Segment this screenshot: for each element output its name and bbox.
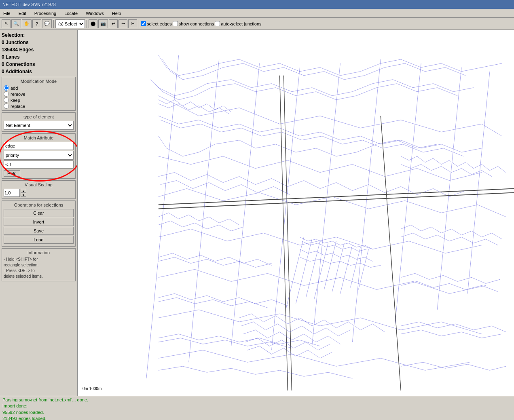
show-connections-checkbox[interactable] [173, 21, 178, 26]
selection-edges: 185434 Edges [2, 46, 76, 53]
match-attribute-section: Match Attribute priority id type speed n… [2, 133, 76, 179]
info-line-3: delete selected items. [4, 274, 74, 279]
operations-title: Operations for selections [4, 203, 74, 207]
mode-keep-radio[interactable] [4, 97, 9, 103]
type-element-select[interactable]: Net Element Additional POI Polygon [4, 121, 74, 130]
menu-processing[interactable]: Processing [33, 11, 58, 16]
save-button[interactable]: Save [4, 227, 74, 235]
toolbar-msg-btn[interactable]: 💬 [42, 19, 52, 28]
mode-add-radio[interactable] [4, 85, 9, 91]
type-element-title: type of element [4, 114, 74, 119]
match-attribute-title: Match Attribute [4, 135, 74, 140]
status-line-3: 213493 edges loaded. [2, 416, 512, 420]
visual-scaling-section: Visual Scaling ▲ ▼ [2, 180, 76, 199]
info-line-2: - Press <DEL> to [4, 268, 74, 274]
selection-lanes: 0 Lanes [2, 53, 76, 61]
toolbar-color-btn[interactable]: ⬤ [89, 19, 97, 28]
auto-select-junctions-checkbox[interactable] [215, 21, 220, 26]
svg-rect-0 [78, 35, 514, 390]
modification-mode-group: add remove keep replace [4, 85, 74, 109]
clear-button[interactable]: Clear [4, 209, 74, 217]
titlebar-text: NETEDIT dev-SVN-r21978 [2, 2, 56, 7]
information-title: Information [4, 250, 74, 255]
main-layout: Selection: 0 Junctions 185434 Edges 0 La… [0, 30, 514, 396]
menu-help[interactable]: Help [110, 11, 123, 16]
map-svg [78, 30, 514, 396]
menu-edit[interactable]: Edit [17, 11, 28, 16]
toolbar-sep1 [53, 20, 54, 28]
show-connections-label[interactable]: show connections [173, 21, 214, 26]
type-element-section: type of element Net Element Additional P… [2, 112, 76, 132]
scaling-input[interactable] [4, 189, 20, 197]
select-edges-checkbox[interactable] [141, 21, 146, 26]
menu-windows[interactable]: Windows [84, 11, 106, 16]
match-help-button[interactable]: Help [4, 170, 20, 177]
scaling-row: ▲ ▼ [4, 189, 74, 197]
auto-select-junctions-label[interactable]: auto-select junctions [215, 21, 261, 26]
match-attribute-select[interactable]: priority id type speed numLanes [4, 151, 74, 160]
selection-additionals: 0 Additionals [2, 68, 76, 75]
titlebar: NETEDIT dev-SVN-r21978 [0, 0, 514, 9]
load-button[interactable]: Load [4, 236, 74, 244]
toolbar-mode-dropdown[interactable]: (s) Select [55, 19, 85, 28]
toolbar-help-btn[interactable]: ? [32, 19, 41, 28]
map-canvas[interactable]: 0m 1000m [78, 30, 514, 396]
scale-indicator: 0m 1000m [82, 386, 102, 392]
toolbar-cursor-btn[interactable]: ↖ [2, 19, 11, 28]
operations-section: Operations for selections Clear Invert S… [2, 201, 76, 247]
scale-label: 0m 1000m [82, 386, 102, 391]
scaling-spinners: ▲ ▼ [21, 189, 26, 197]
toolbar-sep3 [139, 20, 139, 28]
information-section: Information - Hold <SHIFT> for rectangle… [2, 248, 76, 281]
scaling-up-btn[interactable]: ▲ [21, 189, 26, 193]
modification-mode-title: Modification Mode [4, 79, 74, 84]
selection-junctions: 0 Junctions [2, 39, 76, 46]
mode-add[interactable]: add [4, 85, 74, 91]
info-line-0: - Hold <SHIFT> for [4, 257, 74, 262]
toolbar-undo-btn[interactable]: ↩ [109, 19, 118, 28]
toolbar-zoom-btn[interactable]: 🔍 [11, 19, 21, 28]
status-line-2: 95592 nodes loaded. [2, 409, 512, 416]
info-line-1: rectangle selection. [4, 262, 74, 268]
select-edges-label[interactable]: select edges [141, 21, 172, 26]
toolbar-sep2 [87, 20, 87, 28]
menubar: File Edit Processing Locate Windows Help [0, 9, 514, 18]
toolbar-pan-btn[interactable]: ✋ [22, 19, 32, 28]
mode-remove[interactable]: remove [4, 91, 74, 97]
scaling-down-btn[interactable]: ▼ [21, 193, 26, 197]
toolbar: ↖ 🔍 ✋ ? 💬 (s) Select ⬤ 📷 ↩ ↪ ✂ select ed… [0, 18, 514, 30]
invert-button[interactable]: Invert [4, 218, 74, 226]
mode-keep[interactable]: keep [4, 97, 74, 103]
menu-file[interactable]: File [2, 11, 12, 16]
menu-locate[interactable]: Locate [63, 11, 79, 16]
selection-info: Selection: 0 Junctions 185434 Edges 0 La… [2, 32, 76, 75]
toolbar-cut-btn[interactable]: ✂ [128, 19, 137, 28]
toolbar-redo-btn[interactable]: ↪ [118, 19, 127, 28]
selection-connections: 0 Connections [2, 61, 76, 68]
statusbar: Parsing sumo-net from 'net.net.xml'... d… [0, 396, 514, 420]
mode-replace[interactable]: replace [4, 103, 74, 109]
visual-scaling-title: Visual Scaling [4, 182, 74, 187]
status-line-1: Import done: [2, 403, 512, 409]
match-condition-input[interactable] [4, 160, 74, 169]
match-element-input[interactable] [4, 142, 74, 150]
modification-mode-section: Modification Mode add remove keep replac… [2, 77, 76, 111]
mode-remove-radio[interactable] [4, 91, 9, 97]
toolbar-camera-btn[interactable]: 📷 [98, 19, 108, 28]
selection-title: Selection: [2, 32, 76, 39]
status-line-0: Parsing sumo-net from 'net.net.xml'... d… [2, 397, 512, 403]
left-panel: Selection: 0 Junctions 185434 Edges 0 La… [0, 30, 78, 396]
info-text: - Hold <SHIFT> for rectangle selection. … [4, 257, 74, 279]
mode-replace-radio[interactable] [4, 103, 9, 109]
